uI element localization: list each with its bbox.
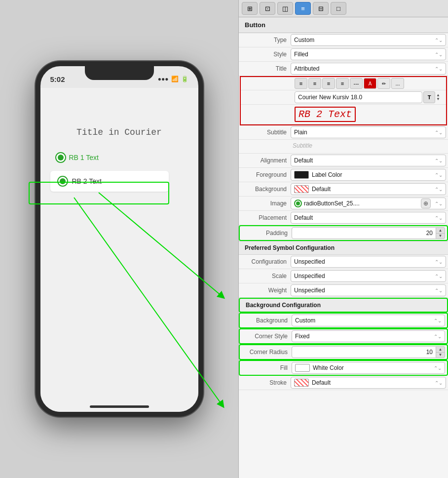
font-t-button[interactable]: T	[423, 91, 435, 103]
subtitle-select[interactable]: Plain ⌃⌄	[291, 126, 446, 138]
corner-radius-label: Corner Radius	[240, 349, 292, 356]
seg-btn-3[interactable]: ◫	[277, 2, 293, 15]
fill-value: White Color	[313, 364, 344, 371]
placement-value: Default	[294, 214, 313, 221]
corner-radius-stepper-down[interactable]: ▼	[436, 353, 445, 358]
image-add-btn[interactable]: ⊕	[421, 199, 431, 208]
iphone-frame: 5:02 ●●● 📶 🔋 Title in Courier RB 1 Text …	[36, 61, 203, 417]
corner-radius-number-row: 10 ▲ ▼	[292, 345, 447, 359]
config-select[interactable]: Unspecified ⌃⌄	[291, 256, 446, 268]
bg-config-section-header: Background Configuration	[239, 298, 448, 313]
foreground-value: Label Color	[312, 171, 342, 178]
padding-stepper-down[interactable]: ▼	[436, 234, 445, 239]
type-row: Type Custom ⌃⌄	[239, 33, 448, 47]
alignment-select[interactable]: Default ⌃⌄	[291, 155, 446, 166]
config-label: Configuration	[239, 258, 291, 265]
title-value: Attributed	[294, 65, 319, 72]
padding-field[interactable]: 20	[292, 227, 436, 239]
stroke-value: Default	[312, 379, 331, 386]
alignment-label: Alignment	[239, 157, 291, 164]
rb1-radio-icon	[55, 152, 66, 163]
signal-icon: ●●●	[158, 76, 169, 82]
style-select[interactable]: Filled ⌃⌄	[291, 48, 446, 60]
corner-radius-control: 10 ▲ ▼	[292, 345, 447, 359]
corner-style-select[interactable]: Fixed ⌃⌄	[292, 330, 445, 342]
red-annotation-box: ≡ ≡ ≡ ≡ --- A ✏ ... Courier New Kursiv 1…	[240, 76, 447, 125]
foreground-chevron: ⌃⌄	[435, 172, 443, 178]
weight-select[interactable]: Unspecified ⌃⌄	[291, 284, 446, 296]
align-right-btn[interactable]: ≡	[322, 78, 335, 89]
background-select[interactable]: Default ⌃⌄	[291, 183, 446, 195]
align-center-btn[interactable]: ≡	[308, 78, 321, 89]
style-label: Style	[239, 51, 291, 58]
rb1-row: RB 1 Text	[50, 152, 188, 163]
stroke-row: Stroke Default ⌃⌄	[239, 376, 448, 390]
more-btn[interactable]: ...	[391, 78, 404, 89]
padding-control: 20 ▲ ▼	[292, 226, 447, 240]
seg-btn-4[interactable]: ≡	[295, 2, 311, 15]
subtitle-label: Subtitle	[239, 129, 291, 136]
corner-style-row: Corner Style Fixed ⌃⌄	[239, 328, 448, 344]
font-stepper-down[interactable]: ▼	[436, 97, 445, 101]
foreground-select[interactable]: Label Color ⌃⌄	[291, 169, 446, 181]
image-radio-inner	[296, 201, 300, 205]
style-chevron: ⌃⌄	[435, 52, 443, 57]
scale-control: Unspecified ⌃⌄	[291, 269, 448, 283]
config-chevron: ⌃⌄	[435, 259, 443, 265]
image-label: Image	[239, 200, 291, 207]
bg-config-background-row: Background Custom ⌃⌄	[239, 313, 448, 328]
font-field[interactable]: Courier New Kursiv 18.0	[295, 91, 422, 103]
scale-chevron: ⌃⌄	[435, 274, 443, 279]
background-swatch	[294, 185, 309, 193]
corner-radius-stepper-up[interactable]: ▲	[436, 347, 445, 353]
align-left-btn[interactable]: ≡	[295, 78, 307, 89]
seg-btn-6[interactable]: □	[331, 2, 346, 15]
seg-btn-5[interactable]: ⊟	[313, 2, 329, 15]
corner-style-value: Fixed	[295, 333, 309, 340]
image-control: radioButtonSet_25.... ⊕ ⌃⌄	[291, 197, 448, 210]
corner-style-chevron: ⌃⌄	[434, 334, 442, 339]
corner-radius-row: Corner Radius 10 ▲ ▼	[239, 344, 448, 360]
padding-value: 20	[426, 230, 433, 237]
stroke-chevron: ⌃⌄	[435, 380, 443, 386]
rb2-label: RB 2 Text	[72, 177, 102, 185]
stroke-control: Default ⌃⌄	[291, 376, 448, 390]
alignment-control: Default ⌃⌄	[291, 154, 448, 167]
subtitle-value: Plain	[294, 129, 307, 136]
seg-btn-2[interactable]: ⊡	[260, 2, 275, 15]
weight-row: Weight Unspecified ⌃⌄	[239, 283, 448, 298]
placement-select[interactable]: Default ⌃⌄	[291, 212, 446, 224]
courier-title-text: Title in Courier	[50, 127, 188, 137]
weight-chevron: ⌃⌄	[435, 288, 443, 293]
subtitle-chevron: ⌃⌄	[435, 130, 443, 135]
type-select[interactable]: Custom ⌃⌄	[291, 34, 446, 46]
background-value: Default	[312, 186, 331, 193]
stroke-swatch	[294, 379, 309, 387]
rb2-radio-inner	[60, 178, 66, 184]
bg-config-background-control: Custom ⌃⌄	[292, 314, 447, 327]
scale-value: Unspecified	[294, 273, 325, 279]
corner-radius-stepper: ▲ ▼	[436, 346, 445, 358]
subtitle-row: Subtitle Plain ⌃⌄	[239, 125, 448, 140]
background-row: Background Default ⌃⌄	[239, 182, 448, 197]
corner-radius-field[interactable]: 10	[292, 346, 436, 358]
stroke-select[interactable]: Default ⌃⌄	[291, 377, 446, 389]
fill-select[interactable]: White Color ⌃⌄	[292, 362, 445, 374]
image-select[interactable]: radioButtonSet_25.... ⊕ ⌃⌄	[291, 198, 446, 209]
fill-chevron: ⌃⌄	[434, 365, 442, 371]
scale-select[interactable]: Unspecified ⌃⌄	[291, 270, 446, 282]
bg-config-background-select[interactable]: Custom ⌃⌄	[292, 315, 445, 326]
panel-header: Button	[239, 17, 448, 33]
background-label: Background	[239, 186, 291, 193]
padding-stepper: ▲ ▼	[436, 227, 445, 239]
dash-btn[interactable]: ---	[350, 78, 363, 89]
color-btn[interactable]: A	[364, 78, 376, 89]
pen-btn[interactable]: ✏	[377, 78, 390, 89]
padding-stepper-up[interactable]: ▲	[436, 228, 445, 234]
color-btn-label: A	[369, 81, 372, 86]
padding-row: Padding 20 ▲ ▼	[239, 225, 448, 241]
align-justify-btn[interactable]: ≡	[336, 78, 349, 89]
seg-btn-1[interactable]: ⊞	[242, 2, 258, 15]
title-select[interactable]: Attributed ⌃⌄	[291, 63, 446, 75]
home-indicator	[90, 405, 149, 408]
